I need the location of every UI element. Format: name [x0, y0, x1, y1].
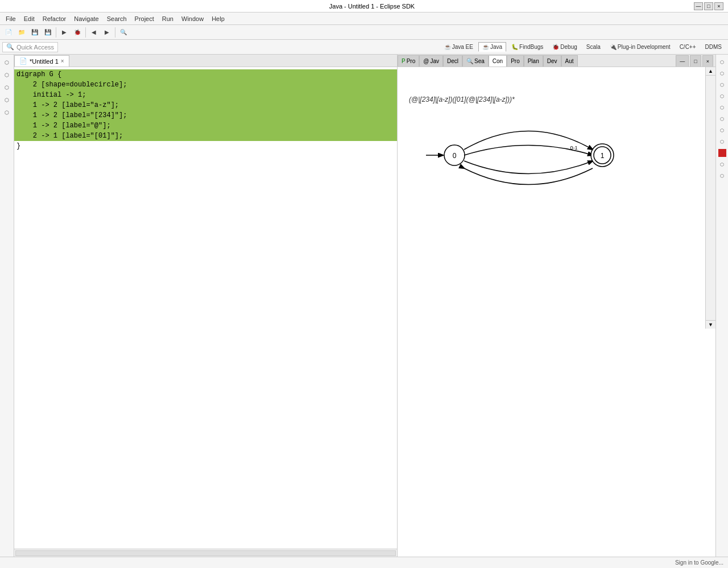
bottom-scrollbar[interactable]: [14, 549, 397, 557]
javaee-label: Java EE: [452, 44, 473, 50]
toolbar-next[interactable]: ▶: [101, 26, 113, 39]
panel-tab-pro2[interactable]: Pro: [507, 55, 524, 67]
sidebar-icon-4[interactable]: ⬡: [1, 94, 13, 106]
toolbar-save-all[interactable]: 💾: [42, 26, 54, 39]
sep2: [85, 27, 86, 38]
sep1: [56, 27, 56, 38]
panel-scrollbar[interactable]: ▲ ▼: [705, 67, 715, 329]
quick-access-box[interactable]: 🔍 Quick Access: [2, 42, 58, 52]
menu-navigate[interactable]: Navigate: [71, 14, 102, 23]
right-icon-2[interactable]: ⬡: [717, 68, 727, 78]
panel-close[interactable]: ×: [702, 55, 713, 67]
panel-tab-pro1[interactable]: P Pro: [398, 55, 419, 67]
panel-tab-decl[interactable]: Decl: [443, 55, 462, 67]
maximize-button[interactable]: □: [704, 2, 713, 10]
toolbar-open[interactable]: 📁: [15, 26, 28, 39]
right-icon-8[interactable]: ⬡: [717, 136, 727, 147]
right-icon-6[interactable]: ⬡: [717, 114, 727, 124]
findbugs-label: FindBugs: [519, 44, 543, 50]
panel-tab-jav[interactable]: @ Jav: [419, 55, 443, 67]
right-icon-5[interactable]: ⬡: [717, 102, 727, 113]
debug-label: Debug: [560, 44, 577, 50]
tab-close-icon[interactable]: ×: [61, 58, 64, 64]
perspective-cpp[interactable]: C/C++: [676, 42, 700, 52]
menu-project[interactable]: Project: [131, 14, 158, 23]
editor-tab-untitled[interactable]: 📄 *Untitled 1 ×: [14, 55, 69, 67]
red-square-icon: [718, 149, 726, 157]
toolbar-new[interactable]: 📄: [2, 26, 15, 39]
window-controls: — □ ×: [694, 2, 723, 10]
line-text-7: 2 -> 1 [label="[01]"];: [16, 131, 123, 141]
code-line-6: 1 -> 2 [label="@"];: [14, 121, 397, 131]
toolbar-save[interactable]: 💾: [28, 26, 41, 39]
line-text-3: initial -> 1;: [16, 90, 86, 100]
main-toolbar: 📄 📁 💾 💾 ▶ 🐞 ◀ ▶ 🔍: [0, 25, 728, 40]
toolbar-run[interactable]: ▶: [58, 26, 71, 39]
code-line-8: }: [14, 141, 397, 151]
window-title: Java - Untitled 1 - Eclipse SDK: [50, 3, 694, 10]
toolbar-prev[interactable]: ◀: [88, 26, 100, 39]
right-icon-3[interactable]: ⬡: [717, 80, 727, 90]
tab-label: *Untitled 1: [30, 58, 59, 65]
right-icon-10[interactable]: ⬡: [717, 171, 727, 181]
line-text-5: 1 -> 2 [label="[234]"];: [16, 110, 127, 121]
right-icon-7[interactable]: ⬡: [717, 125, 727, 135]
panel-minimize[interactable]: —: [676, 55, 689, 67]
code-line-5: 1 -> 2 [label="[234]"];: [14, 110, 397, 121]
sidebar-icon-1[interactable]: ⬡: [1, 57, 13, 68]
plan-label: Plan: [528, 58, 539, 64]
sidebar-icon-2[interactable]: ⬡: [1, 69, 13, 81]
code-editor[interactable]: digraph G { 2 [shape=doublecircle]; init…: [14, 67, 397, 549]
close-button[interactable]: ×: [714, 2, 723, 10]
sea-icon: 🔍: [466, 58, 473, 64]
scroll-down[interactable]: ▼: [706, 320, 715, 329]
menu-file[interactable]: File: [2, 14, 19, 23]
sidebar-icon-5[interactable]: ⬡: [1, 107, 13, 118]
scroll-up[interactable]: ▲: [706, 67, 715, 76]
perspective-scala[interactable]: Scala: [582, 42, 605, 52]
panel-maximize[interactable]: □: [690, 55, 701, 67]
right-icon-1[interactable]: ⬡: [717, 57, 727, 67]
dev-label: Dev: [547, 58, 557, 64]
menu-refactor[interactable]: Refactor: [39, 14, 70, 23]
perspective-ddms[interactable]: DDMS: [701, 42, 726, 52]
menu-help[interactable]: Help: [208, 14, 228, 23]
svg-text:0-1: 0-1: [570, 145, 577, 151]
code-line-3: initial -> 1;: [14, 90, 397, 100]
plugin-icon: 🔌: [610, 44, 617, 50]
perspective-findbugs[interactable]: 🐛 FindBugs: [507, 42, 547, 52]
menu-edit[interactable]: Edit: [20, 14, 38, 23]
right-icon-red[interactable]: [717, 148, 727, 158]
line-text-8: }: [16, 141, 20, 151]
menu-search[interactable]: Search: [104, 14, 130, 23]
menu-run[interactable]: Run: [159, 14, 177, 23]
perspective-debug[interactable]: 🐞 Debug: [548, 42, 581, 52]
toolbar-debug[interactable]: 🐞: [71, 26, 84, 39]
panel-tab-aut[interactable]: Aut: [561, 55, 578, 67]
panel-tab-dev[interactable]: Dev: [543, 55, 561, 67]
right-icon-4[interactable]: ⬡: [717, 91, 727, 101]
code-line-4: 1 -> 2 [label="a-z"];: [14, 100, 397, 110]
ddms-label: DDMS: [705, 44, 722, 50]
sea-label: Sea: [474, 58, 485, 64]
panel-tab-con[interactable]: Con: [489, 55, 507, 67]
cpp-label: C/C++: [680, 44, 696, 50]
minimize-button[interactable]: —: [694, 2, 703, 10]
sign-in-status[interactable]: Sign in to Google...: [675, 559, 723, 566]
perspective-plugin[interactable]: 🔌 Plug-in Development: [606, 42, 675, 52]
h-scrollbar-track[interactable]: [15, 550, 396, 556]
right-icon-9[interactable]: ⬡: [717, 159, 727, 169]
pro2-label: Pro: [511, 58, 520, 64]
menu-window[interactable]: Window: [178, 14, 207, 23]
panel-tab-plan[interactable]: Plan: [524, 55, 543, 67]
javaee-icon: ☕: [444, 44, 451, 50]
toolbar-search[interactable]: 🔍: [117, 26, 130, 39]
code-line-7: 2 -> 1 [label="[01]"];: [14, 131, 397, 141]
sidebar-icon-3[interactable]: ⬡: [1, 82, 13, 93]
perspective-javaee[interactable]: ☕ Java EE: [440, 42, 477, 52]
right-sidebar: ⬡ ⬡ ⬡ ⬡ ⬡ ⬡ ⬡ ⬡ ⬡ ⬡: [715, 55, 728, 557]
panel-tab-sea[interactable]: 🔍 Sea: [462, 55, 489, 67]
aut-label: Aut: [565, 58, 574, 64]
perspective-java[interactable]: ☕ Java: [478, 42, 506, 52]
svg-text:0: 0: [453, 152, 457, 160]
